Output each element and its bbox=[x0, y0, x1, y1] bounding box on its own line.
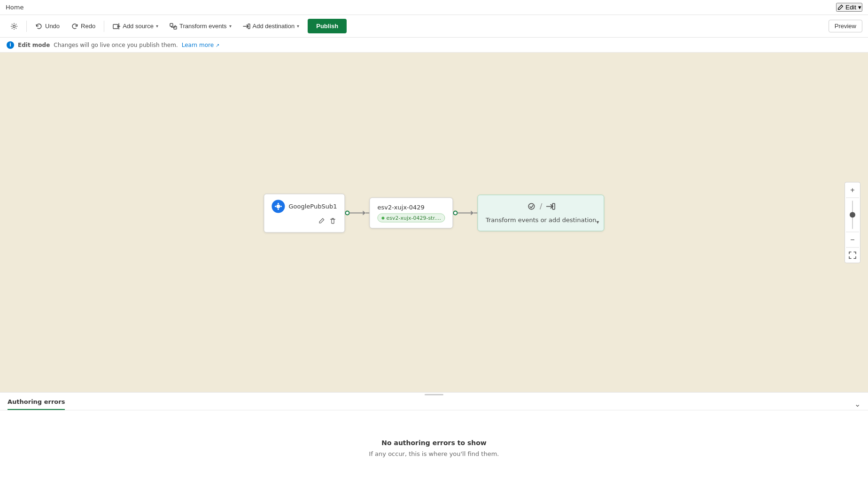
svg-point-0 bbox=[13, 25, 16, 27]
redo-icon bbox=[71, 23, 78, 30]
bottom-panel-content: No authoring errors to show If any occur… bbox=[0, 410, 868, 486]
svg-point-8 bbox=[278, 203, 279, 204]
line-3 bbox=[458, 213, 471, 214]
add-source-label: Add source bbox=[123, 23, 154, 30]
bottom-panel: Authoring errors ⌄ No authoring errors t… bbox=[0, 392, 868, 486]
flow-container: GooglePubSub1 bbox=[264, 193, 604, 232]
add-source-chevron: ▾ bbox=[156, 23, 158, 29]
zoom-controls: + − bbox=[845, 182, 860, 263]
add-source-icon bbox=[113, 23, 120, 30]
source-delete-button[interactable] bbox=[328, 216, 337, 226]
title-bar-left: Home bbox=[6, 4, 23, 11]
source-node-actions bbox=[271, 216, 337, 226]
publish-button[interactable]: Publish bbox=[308, 19, 347, 33]
svg-point-9 bbox=[278, 208, 279, 210]
title-bar: Home Edit ▾ bbox=[0, 0, 868, 15]
zoom-out-button[interactable]: − bbox=[846, 233, 859, 246]
source-edit-button[interactable] bbox=[317, 216, 326, 226]
main-area: GooglePubSub1 bbox=[0, 53, 868, 486]
panel-resize-handle[interactable] bbox=[0, 393, 868, 396]
preview-button[interactable]: Preview bbox=[829, 20, 862, 32]
edit-button[interactable]: Edit ▾ bbox=[836, 3, 862, 12]
no-errors-subtitle: If any occur, this is where you'll find … bbox=[369, 450, 499, 457]
transform-icon bbox=[170, 23, 177, 30]
chevron-down-icon: ⌄ bbox=[854, 400, 860, 408]
destination-dest-icon bbox=[546, 201, 555, 211]
connector-1 bbox=[345, 211, 369, 216]
separator-2 bbox=[104, 21, 104, 32]
separator-1 bbox=[26, 21, 27, 32]
undo-button[interactable]: Undo bbox=[31, 20, 64, 32]
edit-icon bbox=[837, 4, 844, 11]
external-link-icon: ↗ bbox=[216, 43, 219, 48]
edit-mode-label: Edit mode bbox=[18, 42, 50, 48]
connector-dot-1 bbox=[345, 211, 349, 216]
zoom-slider-thumb bbox=[850, 212, 855, 217]
title-bar-right: Edit ▾ bbox=[836, 3, 862, 12]
source-node-label: GooglePubSub1 bbox=[288, 203, 337, 210]
chevron-down-icon: ▾ bbox=[858, 4, 861, 11]
zoom-in-button[interactable]: + bbox=[846, 183, 859, 196]
transform-events-chevron: ▾ bbox=[229, 23, 232, 29]
svg-point-6 bbox=[275, 206, 276, 207]
line-1 bbox=[349, 213, 363, 214]
undo-label: Undo bbox=[45, 23, 60, 30]
google-pubsub-icon bbox=[271, 200, 285, 213]
authoring-errors-title: Authoring errors bbox=[8, 398, 65, 410]
info-bar: i Edit mode Changes will go live once yo… bbox=[0, 38, 868, 53]
middle-node-title: esv2-xujx-0429 bbox=[377, 204, 445, 211]
zoom-divider-3 bbox=[846, 247, 859, 247]
svg-rect-4 bbox=[248, 24, 250, 29]
learn-more-link[interactable]: Learn more ↗ bbox=[182, 42, 220, 48]
handle-bar bbox=[425, 394, 443, 395]
add-destination-label: Add destination bbox=[253, 23, 295, 30]
source-node[interactable]: GooglePubSub1 bbox=[264, 193, 345, 232]
add-destination-icon bbox=[243, 23, 250, 30]
canvas[interactable]: GooglePubSub1 bbox=[0, 53, 868, 392]
collapse-panel-button[interactable]: ⌄ bbox=[854, 400, 860, 409]
transform-events-button[interactable]: Transform events ▾ bbox=[165, 20, 236, 32]
bottom-panel-header: Authoring errors ⌄ bbox=[0, 396, 868, 410]
delete-icon bbox=[329, 217, 336, 224]
svg-point-10 bbox=[528, 203, 535, 209]
destination-node[interactable]: / Transform events or add destination ▾ bbox=[478, 194, 604, 231]
add-destination-chevron: ▾ bbox=[297, 23, 299, 29]
settings-button[interactable] bbox=[6, 20, 23, 32]
svg-point-7 bbox=[280, 206, 282, 207]
zoom-fit-button[interactable] bbox=[846, 248, 859, 262]
connector-dot-2 bbox=[453, 211, 458, 216]
dest-separator: / bbox=[540, 202, 542, 211]
middle-node-tag: esv2-xujx-0429-str.... bbox=[377, 214, 445, 223]
svg-point-5 bbox=[276, 204, 280, 208]
line-4 bbox=[474, 213, 478, 214]
info-icon: i bbox=[7, 41, 14, 49]
edit-icon bbox=[318, 217, 325, 224]
connector-2 bbox=[453, 211, 478, 216]
page-title: Home bbox=[6, 4, 23, 11]
undo-icon bbox=[35, 23, 43, 30]
destination-node-label: Transform events or add destination bbox=[486, 216, 597, 224]
add-source-button[interactable]: Add source ▾ bbox=[108, 20, 163, 32]
zoom-divider-2 bbox=[846, 231, 859, 232]
zoom-slider[interactable] bbox=[852, 201, 853, 229]
zoom-divider-1 bbox=[846, 197, 859, 198]
svg-rect-3 bbox=[174, 26, 177, 29]
svg-rect-11 bbox=[552, 203, 555, 209]
toolbar: Undo Redo Add source ▾ Transform events … bbox=[0, 15, 868, 38]
redo-label: Redo bbox=[81, 23, 95, 30]
tag-label: esv2-xujx-0429-str.... bbox=[386, 215, 441, 221]
tag-dot bbox=[381, 216, 384, 219]
svg-rect-1 bbox=[113, 24, 118, 29]
settings-icon bbox=[10, 23, 18, 30]
fit-view-icon bbox=[849, 251, 856, 259]
dest-chevron-icon: ▾ bbox=[597, 219, 599, 225]
redo-button[interactable]: Redo bbox=[66, 20, 100, 32]
line-2 bbox=[365, 213, 369, 214]
transform-dest-icon bbox=[527, 201, 536, 211]
edit-label: Edit bbox=[845, 4, 856, 11]
add-destination-button[interactable]: Add destination ▾ bbox=[238, 20, 304, 32]
no-errors-title: No authoring errors to show bbox=[381, 439, 487, 447]
info-message: Changes will go live once you publish th… bbox=[54, 42, 178, 48]
transform-events-label: Transform events bbox=[179, 23, 227, 30]
middle-node[interactable]: esv2-xujx-0429 esv2-xujx-0429-str.... bbox=[369, 198, 453, 229]
